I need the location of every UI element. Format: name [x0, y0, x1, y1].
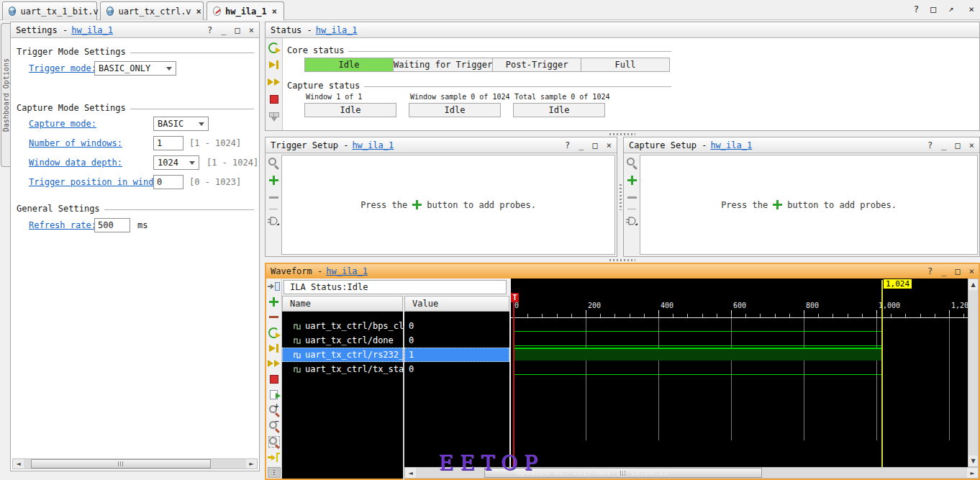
run-trigger-icon[interactable] — [268, 327, 281, 338]
trigger-pos-label[interactable]: Trigger position in window: — [29, 177, 169, 187]
vertical-splitter[interactable] — [617, 137, 623, 257]
signal-row-tx-state[interactable]: uart_tx_ctrl/tx_state — [282, 362, 403, 376]
panel-close-button[interactable]: × — [969, 266, 974, 276]
hw-ila-link[interactable]: hw_ila_1 — [326, 266, 368, 276]
waveform-panel: Waveform - hw_ila_1 ? _ □ × + − — [265, 263, 980, 480]
hw-ila-link[interactable]: hw_ila_1 — [71, 25, 113, 35]
signal-row-bps-clk[interactable]: uart_tx_ctrl/bps_clk — [282, 319, 403, 333]
waveform-canvas[interactable]: 0 200 400 600 800 1,000 1,200 — [511, 279, 968, 467]
scroll-left-arrow[interactable]: ◄ — [13, 459, 24, 468]
panel-maximize-button[interactable]: □ — [956, 266, 961, 276]
tab-uart-tx-ctrl[interactable]: ve uart_tx_ctrl.v × — [100, 1, 204, 20]
add-probe-icon[interactable] — [268, 296, 281, 307]
hw-ila-link[interactable]: hw_ila_1 — [352, 140, 394, 150]
add-probe-icon[interactable] — [267, 174, 280, 186]
panel-maximize-button[interactable]: □ — [235, 25, 240, 35]
scroll-up-arrow[interactable]: ▲ — [968, 279, 978, 290]
close-window-button[interactable]: × — [968, 4, 974, 14]
value-column-header[interactable]: Value — [404, 296, 509, 312]
run-trigger-icon[interactable] — [268, 42, 281, 53]
wave-tx-state — [513, 374, 882, 375]
panel-close-button[interactable]: × — [969, 140, 974, 150]
tab-uart-tx-1-bit[interactable]: ve uart_tx_1_bit.v × — [2, 1, 97, 20]
refresh-rate-label[interactable]: Refresh rate: — [29, 220, 96, 230]
gate-condition-icon[interactable] — [625, 215, 638, 227]
run-trigger-immediate-icon[interactable] — [268, 343, 281, 353]
dashboard-options-tab[interactable]: Dashboard Options — [1, 23, 10, 167]
fast-forward-icon[interactable] — [268, 358, 281, 368]
panel-close-button[interactable]: × — [607, 140, 612, 150]
hw-ila-link[interactable]: hw_ila_1 — [316, 25, 358, 35]
scroll-right-arrow[interactable]: ► — [967, 468, 978, 478]
trigger-mode-label[interactable]: Trigger mode: — [29, 63, 96, 73]
help-button[interactable]: ? — [914, 4, 920, 14]
add-probe-icon[interactable] — [625, 174, 638, 186]
trigger-marker-line[interactable] — [513, 293, 514, 467]
num-windows-row: Number of windows: — [29, 136, 122, 150]
zoom-fit-icon[interactable] — [268, 436, 281, 448]
cursor-line[interactable] — [881, 280, 883, 467]
zoom-out-icon[interactable]: − — [268, 420, 281, 432]
window-depth-select[interactable]: 1024 — [153, 155, 199, 170]
maximize-button[interactable]: □ — [930, 4, 936, 14]
toolbar-overflow-button[interactable] — [268, 467, 281, 478]
trigger-marker-flag[interactable]: T — [511, 293, 519, 302]
num-windows-input[interactable]: 1 — [153, 136, 183, 150]
panel-help-button[interactable]: ? — [927, 140, 933, 150]
panel-minimize-button[interactable]: _ — [941, 140, 946, 150]
panel-maximize-button[interactable]: □ — [956, 140, 961, 150]
goto-time-icon[interactable] — [268, 452, 281, 463]
refresh-rate-input[interactable]: 500 — [94, 218, 130, 232]
tab-close-icon[interactable]: × — [196, 6, 202, 17]
signal-row-done[interactable]: uart_tx_ctrl/done — [282, 333, 403, 348]
dock-settings-icon[interactable] — [268, 281, 281, 291]
zoom-in-icon[interactable]: + — [268, 404, 281, 416]
trigger-mode-select[interactable]: BASIC_ONLY — [94, 61, 176, 76]
panel-help-button[interactable]: ? — [207, 25, 212, 35]
signal-value[interactable]: 1 — [404, 348, 509, 362]
signal-value[interactable]: 0 — [404, 319, 509, 333]
search-icon[interactable] — [267, 157, 280, 168]
gate-condition-icon[interactable] — [267, 215, 280, 227]
trigger-pos-row: Trigger position in window: — [29, 175, 169, 189]
signal-row-rs232-tx[interactable]: uart_tx_ctrl/rs232_tx — [282, 348, 403, 362]
horizontal-splitter[interactable] — [265, 131, 980, 137]
stop-trigger-icon[interactable] — [268, 94, 281, 105]
panel-maximize-button[interactable]: □ — [593, 140, 598, 150]
panel-minimize-button[interactable]: _ — [941, 266, 946, 276]
name-column-header[interactable]: Name — [282, 296, 403, 312]
settings-horizontal-scrollbar[interactable]: ◄ ► — [12, 458, 258, 469]
tab-hw-ila-1[interactable]: hw_ila_1 × — [207, 1, 284, 20]
scroll-left-arrow[interactable]: ◄ — [405, 468, 416, 478]
capture-mode-label[interactable]: Capture mode: — [29, 119, 96, 129]
signal-value[interactable]: 0 — [404, 333, 509, 348]
capture-mode-select[interactable]: BASIC — [153, 117, 209, 131]
scroll-right-arrow[interactable]: ► — [246, 459, 257, 468]
export-data-icon[interactable] — [268, 389, 281, 399]
remove-probe-icon[interactable] — [267, 191, 280, 203]
tab-close-icon[interactable]: × — [271, 6, 278, 17]
waveform-vertical-scrollbar[interactable]: ▲ ▼ — [968, 279, 979, 467]
remove-probe-icon[interactable] — [268, 312, 281, 322]
stop-trigger-icon[interactable] — [268, 373, 281, 384]
scroll-down-arrow[interactable]: ▼ — [968, 456, 978, 466]
fast-forward-icon[interactable] — [268, 76, 281, 88]
cursor-label[interactable]: 1,024 — [884, 279, 912, 289]
float-window-button[interactable]: ↗ — [948, 5, 957, 14]
remove-probe-icon[interactable] — [625, 191, 638, 203]
horizontal-splitter-2[interactable] — [265, 257, 980, 263]
hw-ila-link[interactable]: hw_ila_1 — [710, 140, 752, 150]
trigger-pos-input[interactable]: 0 — [153, 175, 183, 189]
search-icon[interactable] — [625, 157, 638, 168]
window-depth-label[interactable]: Window data depth: — [29, 158, 122, 168]
panel-help-button[interactable]: ? — [927, 266, 933, 276]
signal-value[interactable]: 0 — [404, 362, 509, 376]
scrollbar-thumb[interactable] — [31, 459, 211, 468]
panel-help-button[interactable]: ? — [565, 140, 570, 150]
run-trigger-immediate-icon[interactable] — [268, 59, 281, 71]
auto-retrigger-icon[interactable] — [268, 111, 281, 122]
num-windows-label[interactable]: Number of windows: — [29, 138, 122, 148]
panel-minimize-button[interactable]: _ — [579, 140, 584, 150]
panel-close-button[interactable]: × — [249, 25, 254, 35]
panel-minimize-button[interactable]: _ — [221, 25, 226, 35]
